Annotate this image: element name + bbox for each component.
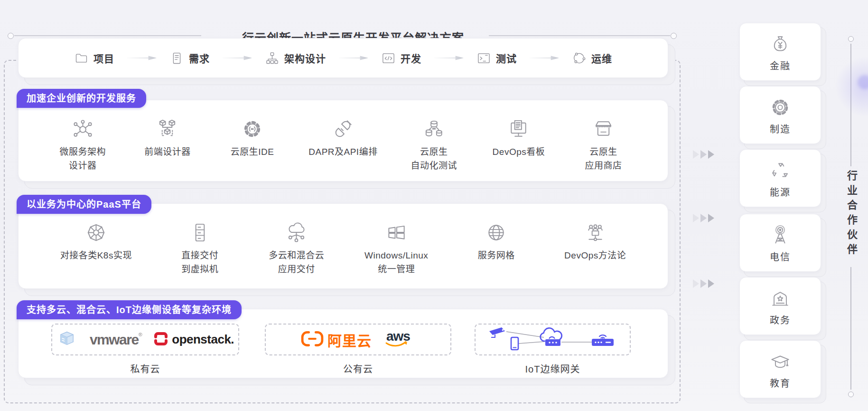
environment-group: 阿里云aws公有云	[265, 324, 451, 375]
service-item: Windows/Linux统一管理	[364, 220, 428, 277]
fast-forward-icon	[693, 150, 714, 159]
svg-text:aws: aws	[386, 329, 410, 344]
service-item-label: 服务网格	[478, 249, 515, 262]
alicloud-logo-text: 阿里云	[327, 329, 372, 350]
service-item: DevOps方法论	[564, 220, 626, 262]
folder-icon	[74, 51, 89, 66]
decor-circle-left	[8, 33, 14, 39]
environments-row: vmware®openstack.私有云阿里云aws公有云IoT边缘网关	[19, 309, 668, 378]
multicloud-delivery-icon	[285, 220, 308, 245]
partner-card-能源: 能源	[739, 149, 821, 207]
partner-card: 能源	[739, 149, 821, 207]
workflow-step-label: 运维	[591, 51, 612, 65]
cloud-ide-icon	[241, 116, 263, 141]
partner-card: 金融	[739, 23, 821, 81]
paas-platform-items: 对接各类K8s实现直接交付到虚拟机多云和混合云应用交付Windows/Linux…	[19, 204, 668, 288]
service-item-label: DevOps看板	[493, 145, 545, 159]
environment-box	[475, 324, 631, 355]
service-mesh-icon	[485, 220, 507, 245]
service-item: 云原生IDE	[224, 116, 281, 159]
money-bag-icon	[769, 32, 791, 57]
aws-logo-icon: aws	[384, 329, 415, 351]
workflow-step-label: 测试	[496, 51, 517, 65]
partner-card-教育: 教育	[739, 340, 821, 398]
environment-label: 公有云	[265, 362, 451, 375]
partner-card-电信: 电信	[739, 214, 821, 272]
workflow-step-label: 开发	[401, 51, 421, 65]
openstack-logo: openstack.	[154, 332, 234, 348]
service-item-label: 云原生IDE	[231, 145, 274, 159]
workflow-step: 项目	[74, 51, 114, 66]
vmware-logo: vmware®	[90, 332, 141, 348]
service-item: 前端设计器	[139, 116, 196, 159]
dev-services-items: 微服务架构设计器前端设计器云原生IDEDAPR及API编排云原生自动化测试Dev…	[19, 100, 668, 181]
workflow-step-label: 项目	[93, 51, 114, 65]
openstack-mark-icon	[154, 332, 168, 348]
partner-card: 政务	[739, 277, 821, 335]
workflow-bar: 项目需求架构设计开发测试运维	[18, 38, 668, 78]
windows-linux-icon	[385, 220, 408, 245]
workflow-step: 运维	[572, 51, 612, 66]
environment-label: IoT边缘网关	[475, 362, 631, 375]
flow-arrow-icon	[223, 55, 252, 61]
partner-card: 制造	[739, 86, 821, 144]
service-item-label: Windows/Linux统一管理	[364, 249, 428, 277]
service-item: 直接交付到虚拟机	[171, 220, 228, 277]
service-item: 服务网格	[468, 220, 525, 262]
service-item: 对接各类K8s实现	[60, 220, 132, 262]
service-item-label: 云原生应用商店	[585, 145, 622, 173]
telecom-tower-icon	[769, 223, 791, 248]
graduation-cap-icon	[769, 349, 791, 374]
code-window-icon	[381, 51, 396, 66]
service-item: 微服务架构设计器	[54, 116, 111, 173]
vm-server-icon	[189, 220, 211, 245]
iot-scene-icon	[482, 325, 624, 354]
environment-group: IoT边缘网关	[475, 324, 631, 375]
service-item-label: 对接各类K8s实现	[60, 249, 132, 262]
service-item-label: 多云和混合云应用交付	[269, 249, 324, 277]
environment-label: 私有云	[51, 362, 239, 375]
api-orchestration-icon	[332, 116, 354, 141]
government-icon	[769, 286, 791, 311]
decor-blob-dot	[858, 75, 868, 89]
workflow-step: 架构设计	[265, 51, 326, 66]
decor-circle-right	[671, 33, 677, 39]
service-item: DAPR及API编排	[308, 116, 377, 159]
terminal-icon	[476, 51, 491, 66]
service-item-label: DevOps方法论	[564, 249, 626, 262]
workflow-row: 项目需求架构设计开发测试运维	[19, 38, 668, 77]
partner-card-政务: 政务	[739, 277, 821, 335]
workflow-step: 需求	[169, 51, 210, 66]
partner-card: 电信	[739, 214, 821, 272]
devops-methodology-icon	[584, 220, 607, 245]
service-item-label: DAPR及API编排	[308, 145, 377, 159]
fast-forward-icon	[693, 279, 714, 288]
gear-icon	[769, 95, 791, 120]
devops-board-icon	[507, 116, 530, 141]
alicloud-logo: 阿里云	[301, 329, 372, 350]
microservice-architecture-icon	[72, 116, 94, 141]
service-item: 云原生应用商店	[575, 116, 632, 173]
partner-rail-title: 行业合作伙伴	[844, 170, 858, 258]
partner-label: 能源	[770, 185, 791, 199]
automated-testing-icon	[423, 116, 445, 141]
environment-group: vmware®openstack.私有云	[51, 324, 239, 375]
app-store-icon	[592, 116, 615, 141]
flow-arrow-icon	[127, 55, 157, 61]
partner-card-制造: 制造	[739, 86, 821, 144]
workflow-step: 测试	[476, 51, 517, 66]
badge-dev-services: 加速企业创新的开发服务	[17, 89, 146, 108]
flow-arrow-icon	[434, 55, 464, 61]
ops-cycle-icon	[572, 51, 587, 66]
environment-box: vmware®openstack.	[51, 324, 239, 355]
workflow-step-label: 架构设计	[284, 51, 326, 65]
partner-card-金融: 金融	[739, 23, 821, 81]
service-item-label: 直接交付到虚拟机	[181, 249, 218, 277]
workflow-step-label: 需求	[189, 51, 210, 65]
partner-label: 金融	[770, 58, 791, 72]
paas-platform-panel: 对接各类K8s实现直接交付到虚拟机多云和混合云应用交付Windows/Linux…	[18, 203, 668, 289]
partner-label: 教育	[770, 376, 791, 390]
rail-line-bottom	[850, 267, 851, 390]
service-item-label: 前端设计器	[144, 145, 191, 159]
k8s-wheel-icon	[85, 220, 107, 245]
